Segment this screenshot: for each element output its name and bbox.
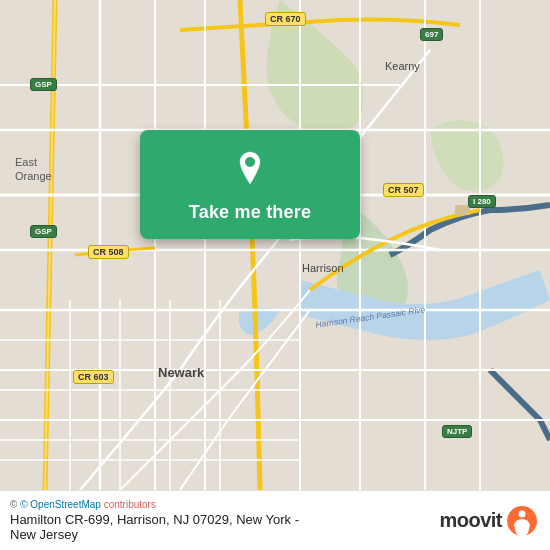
address-line2: New Jersey	[10, 527, 299, 542]
osm-link[interactable]: © OpenStreetMap	[20, 499, 101, 510]
address-section: © © OpenStreetMap contributors Hamilton …	[10, 499, 299, 542]
copyright-symbol: ©	[10, 499, 17, 510]
moovit-icon	[506, 505, 538, 537]
contributors-text: contributors	[104, 499, 156, 510]
location-pin-icon	[228, 148, 272, 192]
bottom-bar: © © OpenStreetMap contributors Hamilton …	[0, 490, 550, 550]
address-line1: Hamilton CR-699, Harrison, NJ 07029, New…	[10, 512, 299, 527]
svg-rect-25	[455, 205, 470, 215]
svg-point-26	[245, 157, 255, 167]
moovit-logo: moovit	[439, 505, 538, 537]
take-me-there-card[interactable]: Take me there	[140, 130, 360, 239]
moovit-text: moovit	[439, 509, 502, 532]
svg-point-28	[519, 510, 526, 517]
osm-credit: © © OpenStreetMap contributors	[10, 499, 299, 510]
take-me-there-label: Take me there	[189, 202, 311, 223]
map-container: EastOrange Newark Harrison Kearny Harris…	[0, 0, 550, 490]
